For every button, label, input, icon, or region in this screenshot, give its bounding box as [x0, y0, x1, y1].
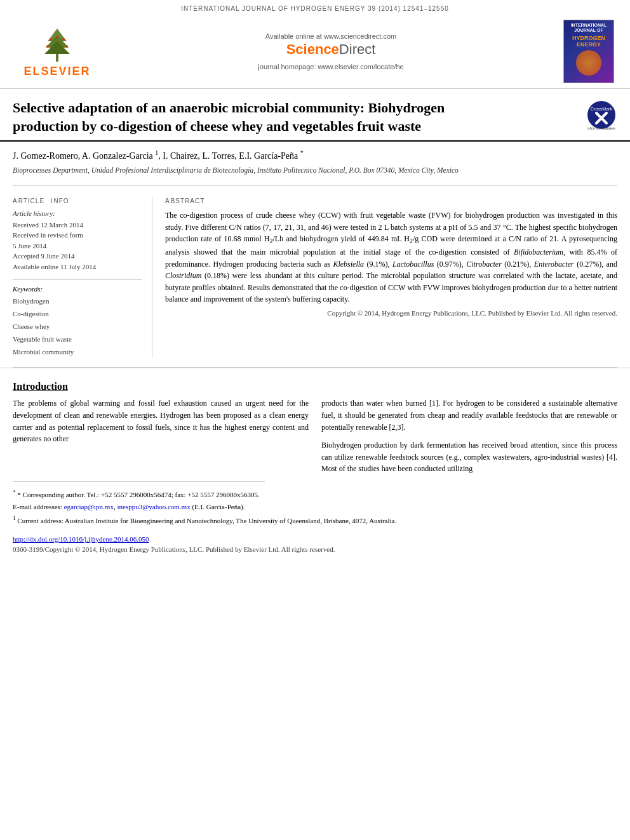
- introduction-heading: Introduction: [13, 381, 617, 392]
- svg-rect-0: [56, 54, 58, 62]
- email-note: (E.I. García-Peña).: [192, 503, 245, 510]
- footnotes-section: * * Corresponding author. Tel.: +52 5557…: [0, 486, 630, 533]
- article-info-abstract: Article Info Article history: Received 1…: [0, 191, 630, 364]
- available-online-text: Available online at www.sciencedirect.co…: [265, 32, 396, 40]
- svg-point-4: [50, 38, 52, 41]
- title-section: CrossMark click for updates Selective ad…: [0, 89, 630, 142]
- info-divider: [13, 279, 142, 280]
- article-history: Article history: Received 12 March 2014 …: [13, 210, 142, 272]
- journal-homepage-text: journal homepage: www.elsevier.com/locat…: [258, 63, 403, 70]
- keywords-label: Keywords:: [13, 285, 142, 293]
- intro-paragraph-1: The problems of global warming and fossi…: [13, 397, 309, 444]
- abstract-text: The co-digestion process of crude cheese…: [165, 210, 617, 305]
- keyword-codigestion: Co-digestion: [13, 308, 142, 321]
- svg-point-5: [62, 38, 65, 41]
- journal-cover: InternationalJournal of HYDROGENENERGY: [560, 20, 617, 83]
- svg-point-8: [56, 36, 58, 38]
- doi-link[interactable]: http://dx.doi.org/10.1016/j.ijhydene.201…: [13, 535, 630, 543]
- email-link-1[interactable]: egarciap@ipn.mx: [64, 503, 114, 510]
- abstract-heading: Abstract: [165, 197, 617, 204]
- cover-title: InternationalJournal of: [571, 23, 607, 34]
- email-link-2[interactable]: inesppu3@yahoo.com.mx: [117, 503, 190, 510]
- keyword-microbial-community: Microbial community: [13, 346, 142, 359]
- footnote-email: E-mail addresses: egarciap@ipn.mx, inesp…: [13, 502, 617, 512]
- article-info-column: Article Info Article history: Received 1…: [13, 197, 152, 358]
- journal-title-bar: International Journal of Hydrogen Energy…: [181, 5, 449, 12]
- email-label: E-mail addresses:: [13, 503, 62, 510]
- footnote-1: 1 Current address: Australian Institute …: [13, 514, 617, 526]
- keyword-cheese-whey: Cheese whey: [13, 321, 142, 333]
- svg-point-7: [65, 45, 68, 48]
- article-info-heading: Article Info: [13, 197, 142, 204]
- body-col-right: products than water when burned [1]. For…: [321, 397, 617, 475]
- available-online-date: Available online 11 July 2014: [13, 262, 142, 272]
- svg-text:CrossMark: CrossMark: [591, 107, 612, 111]
- cover-accent: HYDROGENENERGY: [572, 35, 605, 48]
- svg-point-6: [46, 45, 49, 48]
- abstract-column: Abstract The co-digestion process of cru…: [165, 197, 617, 358]
- received-date: Received 12 March 2014: [13, 220, 142, 230]
- received-revised-label: Received in revised form: [13, 230, 142, 241]
- crossmark-badge: CrossMark click for updates: [586, 99, 617, 133]
- footnote-ref-1: 1: [155, 149, 158, 156]
- journal-cover-box: InternationalJournal of HYDROGENENERGY: [563, 20, 614, 83]
- article-history-label: Article history:: [13, 210, 142, 217]
- received-revised-date: 5 June 2014: [13, 241, 142, 251]
- keywords-section: Keywords: Biohydrogen Co-digestion Chees…: [13, 285, 142, 358]
- footnote-1-number: 1: [13, 515, 16, 521]
- elsevier-wordmark: ELSEVIER: [23, 65, 90, 78]
- authors-list: J. Gomez-Romero, A. Gonzalez-Garcia 1, I…: [13, 149, 617, 161]
- body-col-left: The problems of global warming and fossi…: [13, 397, 309, 475]
- elsevier-tree-icon: [29, 25, 86, 63]
- bottom-copyright: 0360-3199/Copyright © 2014, Hydrogen Ene…: [0, 543, 630, 556]
- svg-point-9: [587, 101, 615, 129]
- section-divider: [13, 185, 617, 186]
- keyword-vegetable-fruit-waste: Vegetable fruit waste: [13, 333, 142, 346]
- header-center: Available online at www.sciencedirect.co…: [102, 20, 560, 83]
- footnote-divider: [13, 481, 265, 482]
- elsevier-logo: ELSEVIER: [13, 20, 102, 83]
- affiliation-text: Bioprocesses Department, Unidad Profesio…: [13, 165, 617, 175]
- authors-section: J. Gomez-Romero, A. Gonzalez-Garcia 1, I…: [0, 142, 630, 180]
- intro-paragraph-3: Biohydrogen production by dark fermentat…: [321, 439, 617, 475]
- cover-decoration-circle: [576, 50, 601, 76]
- article-title: Selective adaptation of an anaerobic mic…: [13, 99, 457, 135]
- footnote-corresponding: * * Corresponding author. Tel.: +52 5557…: [13, 488, 617, 500]
- main-content: Introduction The problems of global warm…: [0, 368, 630, 475]
- journal-header-bar: International Journal of Hydrogen Energy…: [0, 0, 630, 15]
- intro-paragraph-2: products than water when burned [1]. For…: [321, 397, 617, 433]
- keyword-biohydrogen: Biohydrogen: [13, 295, 142, 308]
- svg-text:click for updates: click for updates: [587, 126, 615, 130]
- footnote-star-symbol: *: [13, 489, 16, 495]
- abstract-copyright: Copyright © 2014, Hydrogen Energy Public…: [165, 309, 617, 317]
- crossmark-icon: CrossMark click for updates: [586, 99, 617, 131]
- body-columns: The problems of global warming and fossi…: [13, 397, 617, 475]
- header-section: ELSEVIER Available online at www.science…: [0, 15, 630, 89]
- sciencedirect-logo: ScienceDirect: [286, 41, 376, 58]
- footnote-ref-star: *: [300, 149, 304, 156]
- accepted-date: Accepted 9 June 2014: [13, 251, 142, 262]
